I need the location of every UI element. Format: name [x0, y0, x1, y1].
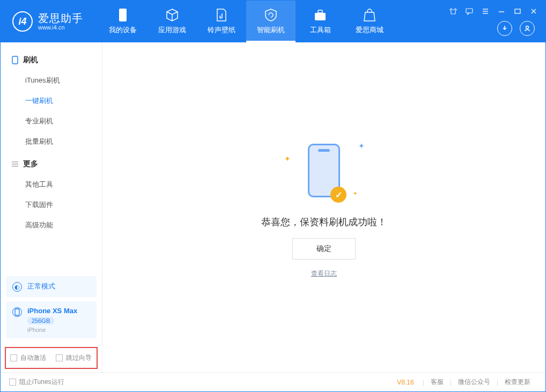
- nav-label: 应用游戏: [158, 25, 186, 35]
- status-link-update[interactable]: 检查更新: [505, 378, 530, 387]
- cube-icon: [165, 8, 179, 22]
- sidebar-item-other-tools[interactable]: 其他工具: [1, 174, 102, 195]
- refresh-shield-icon: [264, 8, 278, 22]
- svg-rect-0: [119, 9, 127, 21]
- device-info-card[interactable]: iPhone XS Max 256GB iPhone: [6, 301, 97, 338]
- maximize-icon[interactable]: [513, 7, 522, 16]
- sidebar-item-download-firmware[interactable]: 下载固件: [1, 195, 102, 215]
- checkbox-auto-activate[interactable]: 自动激活: [10, 353, 46, 363]
- device-name: iPhone XS Max: [27, 307, 77, 315]
- bag-icon: [363, 8, 377, 22]
- nav-label: 铃声壁纸: [208, 25, 235, 35]
- nav-store[interactable]: 爱思商城: [345, 1, 394, 42]
- sparkle-icon: ✦: [353, 190, 357, 196]
- minimize-icon[interactable]: [497, 7, 506, 16]
- sidebar-item-batch-flash[interactable]: 批量刷机: [1, 131, 102, 152]
- nav-label: 我的设备: [109, 25, 137, 35]
- sparkle-icon: ✦: [284, 154, 291, 163]
- ok-button[interactable]: 确定: [292, 238, 356, 260]
- logo-icon: i4: [12, 11, 33, 32]
- feedback-icon[interactable]: [465, 7, 474, 16]
- sidebar-item-oneclick-flash[interactable]: 一键刷机: [1, 91, 102, 111]
- svg-rect-1: [315, 13, 326, 20]
- mode-icon: ◐: [12, 282, 22, 292]
- svg-rect-2: [318, 10, 322, 13]
- account-button[interactable]: [520, 21, 535, 36]
- device-capacity: 256GB: [27, 317, 54, 324]
- device-icon: [116, 8, 130, 22]
- titlebar: i4 爱思助手 www.i4.cn 我的设备 应用游戏 铃声壁纸 智能刷机: [1, 1, 545, 42]
- sidebar-item-pro-flash[interactable]: 专业刷机: [1, 111, 102, 131]
- section-title: 更多: [23, 159, 38, 169]
- status-link-support[interactable]: 客服: [431, 378, 444, 387]
- svg-rect-6: [12, 56, 18, 64]
- phone-icon: [11, 56, 19, 64]
- view-log-link[interactable]: 查看日志: [311, 269, 337, 278]
- nav-label: 工具箱: [310, 25, 331, 35]
- main-content: ✦ ✦ ✦ ✓ 恭喜您，保资料刷机成功啦！ 确定 查看日志: [102, 42, 545, 372]
- download-button[interactable]: [497, 21, 512, 36]
- music-file-icon: [215, 8, 228, 22]
- app-subtitle: www.i4.cn: [38, 24, 83, 31]
- statusbar: 阻止iTunes运行 V8.16 | 客服 | 微信公众号 | 检查更新: [1, 372, 545, 391]
- checkbox-label: 自动激活: [20, 353, 46, 363]
- checkbox-skip-guide[interactable]: 跳过向导: [56, 353, 92, 363]
- nav-flash[interactable]: 智能刷机: [246, 1, 296, 42]
- checkbox-icon: [10, 354, 17, 361]
- svg-point-5: [526, 26, 529, 29]
- nav-apps[interactable]: 应用游戏: [147, 1, 197, 42]
- checkbox-block-itunes[interactable]: 阻止iTunes运行: [9, 378, 64, 387]
- checkbox-icon: [9, 379, 16, 386]
- sidebar-item-advanced[interactable]: 高级功能: [1, 215, 102, 235]
- app-window: i4 爱思助手 www.i4.cn 我的设备 应用游戏 铃声壁纸 智能刷机: [0, 0, 546, 392]
- nav-toolbox[interactable]: 工具箱: [296, 1, 345, 42]
- device-icon: [12, 307, 22, 317]
- app-logo: i4 爱思助手 www.i4.cn: [12, 11, 83, 32]
- device-type: iPhone: [27, 327, 77, 333]
- success-illustration: ✦ ✦ ✦ ✓: [281, 136, 367, 206]
- toolbox-icon: [313, 8, 327, 22]
- app-body: 刷机 iTunes刷机 一键刷机 专业刷机 批量刷机 更多 其他工具 下载固件 …: [1, 42, 545, 372]
- nav-label: 爱思商城: [356, 25, 383, 35]
- success-message: 恭喜您，保资料刷机成功啦！: [261, 216, 387, 228]
- device-mode: 正常模式: [27, 282, 55, 291]
- sparkle-icon: ✦: [358, 142, 365, 150]
- close-icon[interactable]: [529, 7, 538, 16]
- checkbox-label: 跳过向导: [66, 353, 92, 363]
- sidebar-item-itunes-flash[interactable]: iTunes刷机: [1, 70, 102, 91]
- device-mode-card[interactable]: ◐ 正常模式: [6, 276, 97, 297]
- checkbox-label: 阻止iTunes运行: [19, 378, 64, 387]
- sidebar-section-more: 更多: [1, 154, 102, 174]
- main-nav: 我的设备 应用游戏 铃声壁纸 智能刷机 工具箱 爱思商城: [98, 1, 394, 42]
- sidebar: 刷机 iTunes刷机 一键刷机 专业刷机 批量刷机 更多 其他工具 下载固件 …: [1, 42, 102, 372]
- svg-rect-4: [515, 9, 520, 13]
- checkbox-icon: [56, 354, 63, 361]
- skin-icon[interactable]: [449, 7, 458, 16]
- options-highlighted: 自动激活 跳过向导: [5, 347, 98, 369]
- window-controls: [449, 7, 538, 16]
- sidebar-section-flash: 刷机: [1, 50, 102, 70]
- nav-my-device[interactable]: 我的设备: [98, 1, 147, 42]
- check-icon: ✓: [330, 187, 346, 203]
- nav-ringtones[interactable]: 铃声壁纸: [197, 1, 246, 42]
- section-title: 刷机: [23, 55, 38, 65]
- app-title: 爱思助手: [38, 12, 83, 24]
- version-label: V8.16: [397, 379, 414, 386]
- svg-rect-3: [466, 9, 473, 13]
- nav-label: 智能刷机: [257, 25, 285, 35]
- svg-rect-7: [15, 309, 19, 315]
- menu-icon[interactable]: [481, 7, 490, 16]
- status-link-wechat[interactable]: 微信公众号: [458, 378, 490, 387]
- list-icon: [11, 160, 19, 168]
